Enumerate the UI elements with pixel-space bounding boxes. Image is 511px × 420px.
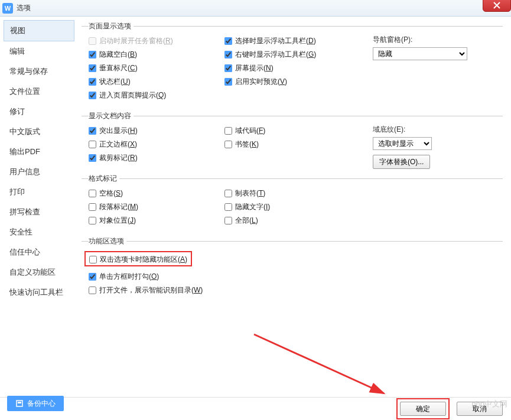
backup-center-button[interactable]: 备份中心: [7, 396, 64, 411]
nav-pane-label: 导航窗格(P):: [373, 35, 491, 45]
checkbox[interactable]: [89, 217, 96, 224]
checkbox-label[interactable]: 全部(L): [235, 216, 258, 226]
checkbox-label[interactable]: 突出显示(H): [99, 126, 138, 136]
checkbox-label[interactable]: 进入页眉页脚提示(Q): [99, 90, 166, 100]
checkbox-label[interactable]: 制表符(T): [235, 188, 265, 198]
sidebar-item[interactable]: 用户信息: [4, 162, 74, 182]
content-panel: 页面显示选项 启动时展开任务窗格(R)选择时显示浮动工具栏(D)隐藏空白(B)右…: [78, 17, 511, 397]
checkbox[interactable]: [224, 127, 232, 135]
checkbox-label[interactable]: 选择时显示浮动工具栏(D): [235, 36, 316, 46]
checkbox[interactable]: [89, 64, 96, 72]
checkbox[interactable]: [89, 154, 96, 162]
sidebar-item[interactable]: 快速访问工具栏: [4, 282, 74, 302]
checkbox-label[interactable]: 启用实时预览(V): [235, 77, 287, 87]
group-legend: 显示文档内容: [89, 111, 134, 121]
checkbox-label[interactable]: 裁剪标记(R): [99, 153, 138, 163]
format-marks-group: 格式标记 空格(S)制表符(T)段落标记(M)隐藏文字(I)对象位置(J)全部(…: [82, 174, 503, 230]
font-substitution-button[interactable]: 字体替换(O)...: [373, 155, 430, 169]
checkbox-label[interactable]: 对象位置(J): [99, 216, 136, 226]
checkbox-label[interactable]: 垂直标尺(C): [99, 63, 138, 73]
checkbox[interactable]: [89, 92, 96, 99]
checkbox-label[interactable]: 域代码(F): [235, 126, 265, 136]
sidebar-item[interactable]: 视图: [4, 20, 74, 41]
page-display-options-group: 页面显示选项 启动时展开任务窗格(R)选择时显示浮动工具栏(D)隐藏空白(B)右…: [82, 21, 503, 105]
checkbox-label[interactable]: 正文边框(X): [99, 139, 137, 149]
checkbox[interactable]: [224, 78, 232, 86]
close-button[interactable]: [483, 0, 511, 12]
titlebar: W 选项: [0, 0, 511, 17]
checkbox[interactable]: [89, 190, 96, 197]
checkbox[interactable]: [224, 64, 232, 72]
checkbox[interactable]: [224, 190, 232, 197]
checkbox[interactable]: [224, 217, 232, 224]
document-content-group: 显示文档内容 突出显示(H)域代码(F)正文边框(X)书签(K)裁剪标记(R) …: [82, 111, 503, 168]
checkbox[interactable]: [89, 141, 96, 148]
ok-highlight-box: 确定: [396, 398, 450, 419]
highlight-box: 双击选项卡时隐藏功能区(A): [84, 251, 192, 266]
checkbox[interactable]: [224, 51, 232, 58]
cancel-button[interactable]: 取消: [457, 402, 503, 416]
sidebar-item[interactable]: 信任中心: [4, 242, 74, 262]
sidebar-item[interactable]: 文件位置: [4, 82, 74, 102]
ribbon-options-group: 功能区选项 双击选项卡时隐藏功能区(A)单击方框时打勾(O)打开文件，展示智能识…: [82, 236, 503, 300]
ok-button[interactable]: 确定: [400, 402, 446, 416]
sidebar-item[interactable]: 安全性: [4, 222, 74, 242]
checkbox[interactable]: [224, 37, 232, 45]
checkbox[interactable]: [224, 141, 232, 148]
checkbox[interactable]: [89, 51, 96, 58]
dialog-footer: 备份中心 确定 取消: [0, 397, 511, 420]
sidebar-item[interactable]: 修订: [4, 102, 74, 122]
checkbox[interactable]: [89, 273, 96, 281]
checkbox[interactable]: [89, 127, 96, 135]
sidebar-item[interactable]: 自定义功能区: [4, 262, 74, 282]
group-legend: 页面显示选项: [89, 21, 134, 31]
checkbox-label[interactable]: 右键时显示浮动工具栏(G): [235, 50, 316, 60]
checkbox-label[interactable]: 隐藏文字(I): [235, 202, 270, 212]
sidebar-item[interactable]: 输出PDF: [4, 142, 74, 162]
sidebar-item[interactable]: 拼写检查: [4, 202, 74, 222]
group-legend: 格式标记: [89, 174, 119, 184]
sidebar-item[interactable]: 编辑: [4, 41, 74, 61]
checkbox-label[interactable]: 状态栏(U): [99, 77, 131, 87]
checkbox[interactable]: [89, 78, 96, 86]
checkbox-label[interactable]: 隐藏空白(B): [99, 50, 137, 60]
checkbox-label[interactable]: 段落标记(M): [99, 202, 138, 212]
backup-icon: [15, 399, 24, 408]
nav-pane-select[interactable]: 隐藏: [373, 47, 467, 60]
close-icon: [493, 2, 500, 9]
sidebar-item[interactable]: 中文版式: [4, 122, 74, 142]
checkbox: [89, 37, 96, 45]
field-shading-select[interactable]: 选取时显示: [373, 137, 432, 150]
sidebar-item[interactable]: 常规与保存: [4, 61, 74, 82]
checkbox[interactable]: [89, 256, 97, 263]
group-legend: 功能区选项: [89, 236, 126, 246]
checkbox[interactable]: [89, 203, 96, 211]
window-title: 选项: [17, 3, 31, 13]
backup-label: 备份中心: [27, 399, 56, 409]
app-icon: W: [2, 3, 13, 14]
checkbox-label[interactable]: 单击方框时打勾(O): [99, 272, 159, 282]
sidebar: 视图编辑常规与保存文件位置修订中文版式输出PDF用户信息打印拼写检查安全性信任中…: [0, 17, 78, 397]
checkbox[interactable]: [224, 203, 232, 211]
svg-rect-1: [18, 402, 21, 403]
checkbox-label[interactable]: 屏幕提示(N): [235, 63, 274, 73]
checkbox-label[interactable]: 打开文件，展示智能识别目录(W): [99, 285, 203, 295]
sidebar-item[interactable]: 打印: [4, 182, 74, 202]
field-shading-label: 域底纹(E):: [373, 125, 491, 135]
checkbox-label[interactable]: 书签(K): [235, 139, 259, 149]
checkbox-label[interactable]: 双击选项卡时隐藏功能区(A): [100, 255, 187, 265]
checkbox-label[interactable]: 空格(S): [99, 188, 123, 198]
checkbox-label[interactable]: 启动时展开任务窗格(R): [99, 36, 173, 46]
checkbox[interactable]: [89, 286, 96, 294]
